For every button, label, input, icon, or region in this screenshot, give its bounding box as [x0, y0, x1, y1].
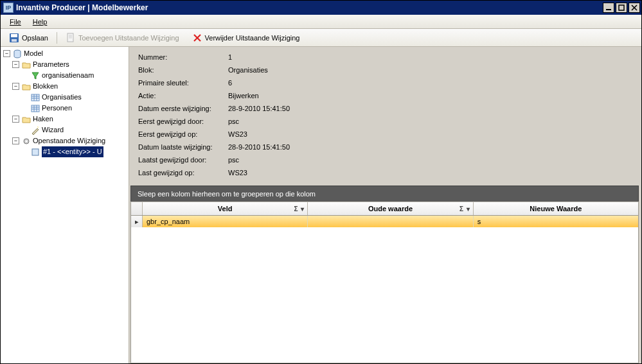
tree-node-label: Openstaande Wijziging — [33, 135, 105, 146]
database-icon — [13, 49, 22, 58]
column-filter-icon[interactable]: Σ ▾ — [294, 205, 305, 212]
change-icon — [31, 148, 40, 157]
tree-node-param-organisatienaam[interactable]: organisatienaam — [20, 70, 129, 81]
tree-toggle-spacer — [21, 72, 28, 79]
window-title: Invantive Producer | Modelbewerker — [16, 3, 603, 12]
table-row[interactable]: ▸ gbr_cp_naam s — [131, 216, 638, 227]
folder-icon — [22, 82, 31, 91]
cell-new-value[interactable]: s — [474, 216, 638, 227]
tree-node-label: Organisaties — [42, 92, 82, 103]
close-button[interactable] — [629, 3, 640, 13]
tree-toggle-icon[interactable]: − — [12, 61, 19, 68]
grid-header-indicator — [131, 202, 143, 215]
body-area: − Model − Pa — [1, 47, 641, 363]
value-action: Bijwerken — [228, 92, 632, 100]
grid-header-new-value[interactable]: Nieuwe Waarde — [474, 202, 638, 215]
value-number: 1 — [228, 53, 632, 61]
tree-toggle-spacer — [21, 126, 28, 134]
tree-node-label: #1 - <<entity>> - U — [42, 146, 103, 157]
label-primary-key: Primaire sleutel: — [138, 79, 222, 87]
tree-node-parameters[interactable]: − Parameters — [11, 59, 129, 70]
tree-toggle-icon[interactable]: − — [12, 83, 19, 90]
menubar: File Help — [1, 15, 641, 29]
table-icon — [31, 104, 40, 113]
row-indicator-icon: ▸ — [131, 216, 143, 227]
minimize-button[interactable] — [603, 3, 614, 13]
table-icon — [31, 93, 40, 102]
add-pending-button-label: Toevoegen Uitstaande Wijziging — [78, 34, 179, 42]
value-first-changed-on: WS23 — [228, 130, 632, 138]
label-date-first-change: Datum eerste wijziging: — [138, 105, 222, 112]
grid-body[interactable]: ▸ gbr_cp_naam s — [130, 216, 639, 363]
toolbar: Opslaan Toevoegen Uitstaande Wijziging V… — [1, 29, 641, 47]
folder-icon — [22, 60, 31, 69]
value-last-changed-on: WS23 — [228, 169, 632, 177]
tree-node-pending[interactable]: − Openstaande Wijziging — [11, 135, 129, 146]
funnel-icon — [31, 71, 40, 80]
add-pending-button: Toevoegen Uitstaande Wijziging — [60, 30, 185, 46]
cell-old-value[interactable] — [308, 216, 473, 227]
value-date-first-change: 28-9-2010 15:41:50 — [228, 105, 632, 112]
tree-panel[interactable]: − Model − Pa — [1, 47, 129, 363]
svg-rect-26 — [32, 149, 39, 155]
tree-node-pending-item-1[interactable]: #1 - <<entity>> - U — [20, 146, 129, 157]
save-button[interactable]: Opslaan — [3, 30, 54, 46]
tree-node-label: Parameters — [33, 59, 69, 70]
grid-header-old-value[interactable]: Oude waarde Σ ▾ — [308, 202, 473, 215]
cell-field[interactable]: gbr_cp_naam — [143, 216, 308, 227]
column-filter-icon[interactable]: Σ ▾ — [459, 205, 470, 212]
svg-rect-0 — [606, 9, 611, 10]
grid-header: Veld Σ ▾ Oude waarde Σ ▾ Nieuwe Waarde — [130, 202, 639, 216]
tree-node-hooks[interactable]: − Haken — [11, 114, 129, 125]
toolbar-separator — [57, 32, 57, 44]
label-first-changed-by: Eerst gewijzigd door: — [138, 117, 222, 125]
maximize-button[interactable] — [616, 3, 627, 13]
svg-rect-14 — [31, 94, 39, 101]
window-controls — [603, 3, 640, 13]
menu-help-label: Help — [33, 18, 48, 26]
app-icon: IP — [3, 3, 13, 13]
menu-file[interactable]: File — [4, 17, 26, 27]
svg-rect-5 — [11, 34, 17, 37]
delete-pending-button-label: Verwijder Uitstaande Wijziging — [205, 34, 300, 42]
tree-node-hook-wizard[interactable]: Wizard — [20, 125, 129, 135]
label-number: Nummer: — [138, 53, 222, 61]
label-block: Blok: — [138, 66, 222, 74]
grid-group-hint[interactable]: Sleep een kolom hierheen om te groeperen… — [130, 186, 639, 202]
value-block: Organisaties — [228, 66, 632, 74]
tree-node-block-personen[interactable]: Personen — [20, 103, 129, 114]
label-first-changed-on: Eerst gewijzigd op: — [138, 130, 222, 138]
tree-node-block-organisaties[interactable]: Organisaties — [20, 92, 129, 103]
gear-icon — [22, 137, 31, 146]
menu-help[interactable]: Help — [28, 17, 53, 27]
tree-toggle-spacer — [21, 148, 28, 155]
app-window: IP Invantive Producer | Modelbewerker Fi… — [0, 0, 642, 364]
tree-node-label: Haken — [33, 114, 53, 125]
value-primary-key: 6 — [228, 79, 632, 87]
save-icon — [9, 33, 19, 43]
label-action: Actie: — [138, 92, 222, 100]
label-last-changed-on: Last gewijzigd op: — [138, 169, 222, 177]
grid-header-old-value-label: Oude waarde — [368, 205, 413, 212]
tree-node-label: Blokken — [33, 81, 58, 92]
svg-rect-19 — [31, 105, 39, 112]
tree-node-model[interactable]: − Model — [2, 48, 129, 59]
svg-rect-1 — [619, 5, 624, 10]
titlebar: IP Invantive Producer | Modelbewerker — [1, 1, 641, 15]
tree-toggle-icon[interactable]: − — [3, 50, 10, 57]
menu-file-label: File — [10, 18, 21, 26]
tree-node-blocks[interactable]: − Blokken — [11, 81, 129, 92]
grid-header-field-label: Veld — [218, 205, 233, 212]
tree-node-label: Personen — [42, 103, 72, 114]
tree-toggle-icon[interactable]: − — [12, 116, 19, 123]
svg-point-25 — [26, 140, 28, 142]
tree-node-label: Wizard — [42, 125, 64, 135]
delete-icon — [192, 33, 202, 43]
grid-header-field[interactable]: Veld Σ ▾ — [143, 202, 308, 215]
tree-toggle-icon[interactable]: − — [12, 137, 19, 144]
tree-node-label: Model — [24, 48, 43, 59]
folder-icon — [22, 115, 31, 124]
grid: Sleep een kolom hierheen om te groeperen… — [130, 186, 639, 363]
svg-rect-6 — [12, 39, 17, 42]
delete-pending-button[interactable]: Verwijder Uitstaande Wijziging — [186, 30, 306, 46]
